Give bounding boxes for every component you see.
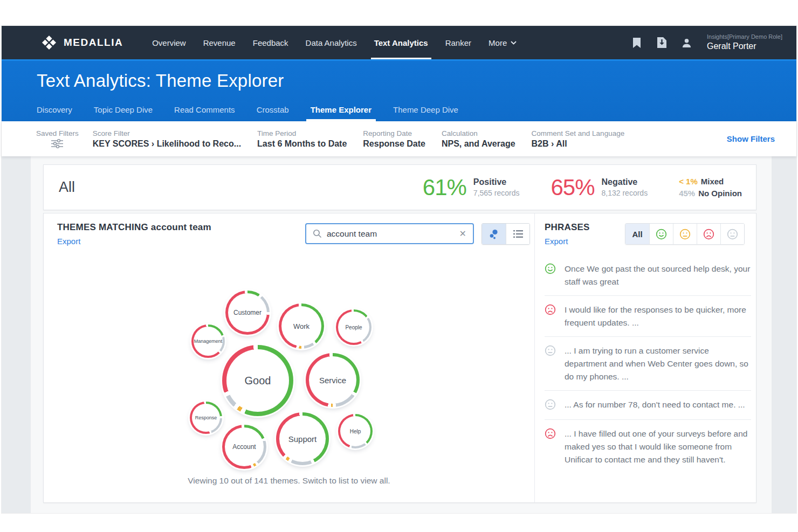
app-window: MEDALLIA OverviewRevenueFeedbackData Ana… — [2, 26, 796, 513]
nav-item-revenue[interactable]: Revenue — [195, 26, 244, 59]
theme-bubble-response[interactable]: Response — [190, 402, 222, 434]
theme-bubble-management[interactable]: Management — [191, 324, 225, 358]
tab-theme-explorer[interactable]: Theme Explorer — [311, 105, 372, 121]
nav-right-actions: Insights[Primary Demo Role] Geralt Porte… — [631, 33, 782, 52]
mixed-noopinion-stats: < 1%Mixed 45%No Opinion — [679, 177, 742, 198]
tab-crosstab[interactable]: Crosstab — [257, 105, 289, 121]
scope-label: All — [59, 179, 75, 196]
theme-label: People — [345, 324, 362, 330]
theme-bubble-support[interactable]: Support — [276, 412, 329, 465]
sentiment-negative-icon — [703, 229, 714, 240]
show-filters-link[interactable]: Show Filters — [727, 134, 775, 143]
user-name: Geralt Porter — [707, 41, 782, 52]
mixed-stat: < 1%Mixed — [679, 177, 742, 186]
phrase-text: I would like for the responses to be qui… — [565, 303, 751, 329]
theme-bubble-account[interactable]: Account — [222, 425, 266, 469]
theme-label: Account — [232, 443, 256, 451]
positive-records: 7,565 records — [473, 189, 520, 197]
positive-value: 61% — [423, 176, 466, 199]
nav-item-data-analytics[interactable]: Data Analytics — [297, 26, 366, 59]
top-navigation: MEDALLIA OverviewRevenueFeedbackData Ana… — [2, 26, 796, 59]
theme-label: Response — [195, 415, 217, 420]
phrases-column: PHRASES Export All Once We got past the … — [534, 213, 756, 502]
sentiment-negative-icon — [545, 303, 556, 329]
theme-bubble-work[interactable]: Work — [279, 303, 324, 349]
phrase-text: Once We got past the out sourced help de… — [565, 262, 751, 288]
theme-bubble-people[interactable]: People — [336, 309, 372, 345]
no-opinion-value: 45% — [679, 189, 695, 198]
phrases-export-link[interactable]: Export — [545, 237, 568, 246]
chevron-down-icon — [511, 41, 517, 45]
tab-theme-deep-dive[interactable]: Theme Deep Dive — [393, 105, 458, 121]
content-area: All 61% Positive 7,565 records 65% Negat… — [2, 156, 796, 513]
tab-discovery[interactable]: Discovery — [37, 105, 72, 121]
filter-calculation[interactable]: CalculationNPS, and Average — [442, 129, 515, 149]
phrase-item[interactable]: Once We got past the out sourced help de… — [545, 255, 751, 295]
phrase-text: ... As for number 78, don't need to cont… — [565, 398, 745, 412]
sentiment-no_opinion-icon — [727, 229, 738, 240]
filter-comment-set-and-language[interactable]: Comment Set and LanguageB2B › All — [532, 129, 625, 149]
chart-caption: Viewing 10 out of 141 themes. Switch to … — [44, 476, 534, 486]
summary-card: All 61% Positive 7,565 records 65% Negat… — [43, 164, 756, 210]
tab-read-comments[interactable]: Read Comments — [174, 105, 235, 121]
user-icon[interactable] — [681, 37, 692, 48]
phrases-title: PHRASES — [545, 222, 590, 233]
theme-label: Service — [319, 376, 346, 385]
filter-score-filter[interactable]: Score FilterKEY SCORES › Likelihood to R… — [93, 129, 241, 149]
sentiment-no_opinion-icon — [545, 344, 556, 383]
filter-items: Score FilterKEY SCORES › Likelihood to R… — [93, 129, 641, 149]
no-opinion-label: No Opinion — [698, 189, 742, 198]
bookmark-icon[interactable] — [631, 37, 642, 48]
sliders-icon — [51, 139, 64, 148]
phrase-text: ... I am trying to run a customer servic… — [565, 344, 751, 383]
sentiment-positive-icon — [656, 229, 667, 240]
phrases-filter-all[interactable]: All — [625, 224, 649, 244]
phrases-filter-mixed[interactable] — [673, 224, 697, 244]
user-role: Insights[Primary Demo Role] — [707, 33, 782, 41]
brand-name: MEDALLIA — [64, 37, 123, 49]
theme-label: Management — [194, 338, 223, 344]
theme-bubble-good[interactable]: Good — [222, 345, 293, 416]
phrases-filter-no_opinion[interactable] — [720, 224, 744, 244]
nav-item-feedback[interactable]: Feedback — [244, 26, 297, 59]
user-block[interactable]: Insights[Primary Demo Role] Geralt Porte… — [707, 33, 782, 52]
sentiment-mixed-icon — [679, 229, 691, 240]
scroll-pane: All 61% Positive 7,565 records 65% Negat… — [31, 156, 772, 513]
negative-records: 8,132 records — [602, 189, 648, 197]
phrase-item[interactable]: ... I am trying to run a customer servic… — [545, 336, 751, 390]
negative-value: 65% — [551, 176, 594, 199]
theme-label: Customer — [233, 309, 262, 316]
phrase-text: ... I have filled out one of your survey… — [565, 427, 751, 466]
medallia-logo[interactable]: MEDALLIA — [42, 35, 123, 50]
filter-bar: Saved Filters Score FilterKEY SCORES › L… — [2, 121, 796, 156]
negative-label: Negative — [602, 177, 648, 187]
theme-bubble-chart: CustomerWorkPeopleManagementGoodServiceR… — [44, 213, 534, 502]
theme-label: Help — [350, 429, 361, 434]
tab-topic-deep-dive[interactable]: Topic Deep Dive — [94, 105, 153, 121]
filter-reporting-date[interactable]: Reporting DateResponse Date — [363, 129, 425, 149]
nav-menu: OverviewRevenueFeedbackData AnalyticsTex… — [143, 26, 525, 59]
download-report-icon[interactable] — [656, 37, 667, 48]
theme-label: Good — [245, 375, 271, 387]
negative-stat: 65% Negative 8,132 records — [551, 176, 648, 199]
nav-item-ranker[interactable]: Ranker — [437, 26, 480, 59]
phrase-item[interactable]: I would like for the responses to be qui… — [545, 295, 751, 336]
theme-bubble-customer[interactable]: Customer — [225, 291, 270, 335]
nav-item-overview[interactable]: Overview — [143, 26, 195, 59]
theme-bubble-service[interactable]: Service — [306, 353, 360, 407]
phrases-filter-negative[interactable] — [697, 224, 720, 244]
nav-item-more[interactable]: More — [480, 26, 525, 59]
positive-stat: 61% Positive 7,565 records — [423, 176, 520, 199]
nav-item-text-analytics[interactable]: Text Analytics — [366, 26, 437, 59]
sentiment-negative-icon — [545, 427, 556, 466]
sentiment-no_opinion-icon — [545, 398, 556, 412]
subtabs: DiscoveryTopic Deep DiveRead CommentsCro… — [37, 105, 458, 121]
theme-bubble-help[interactable]: Help — [338, 414, 373, 448]
phrase-item[interactable]: ... As for number 78, don't need to cont… — [545, 390, 751, 419]
phrase-item[interactable]: ... I have filled out one of your survey… — [545, 419, 751, 473]
phrases-filter-positive[interactable] — [649, 224, 673, 244]
filter-time-period[interactable]: Time PeriodLast 6 Months to Date — [257, 129, 347, 149]
theme-label: Support — [288, 434, 317, 444]
sentiment-stats: 61% Positive 7,565 records 65% Negative … — [423, 176, 742, 199]
saved-filters-button[interactable]: Saved Filters — [36, 129, 79, 148]
